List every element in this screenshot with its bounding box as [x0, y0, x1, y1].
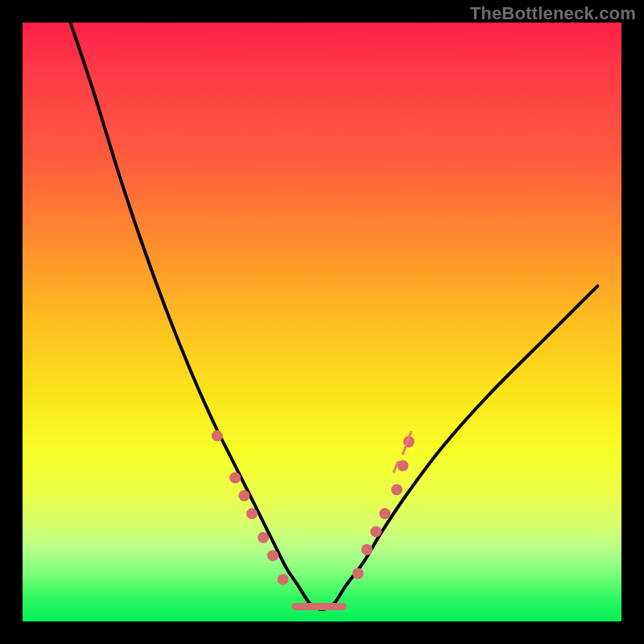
- marker-dot-left: [212, 430, 223, 441]
- marker-dot-right: [370, 526, 382, 537]
- plot-area: [23, 23, 621, 621]
- marker-dot-right: [379, 508, 390, 519]
- marker-tick: [394, 462, 398, 472]
- marker-dot-left: [278, 574, 289, 585]
- marker-dot-left: [258, 532, 269, 543]
- marker-dot-right: [361, 544, 373, 555]
- marker-dot-left: [238, 490, 250, 502]
- bottleneck-curve: [23, 23, 621, 621]
- marker-dot-right: [391, 484, 402, 495]
- marker-dot-left: [229, 472, 241, 483]
- curve-path: [71, 23, 598, 609]
- chart-frame: TheBottleneck.com: [0, 0, 644, 644]
- marker-dot-left: [267, 550, 279, 561]
- watermark-label: TheBottleneck.com: [470, 3, 636, 24]
- marker-dot-left: [246, 508, 258, 519]
- marker-dot-right: [353, 568, 364, 579]
